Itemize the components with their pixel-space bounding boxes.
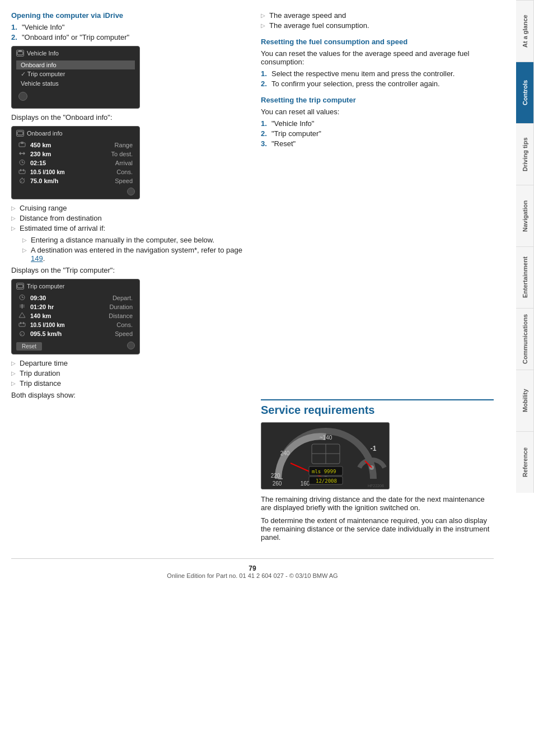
service-desc-2: To determine the extent of maintenance r…	[261, 516, 494, 542]
svg-text:240: 240	[280, 450, 290, 456]
vehicle-info-icon	[16, 50, 24, 57]
tab-reference[interactable]: Reference	[516, 431, 534, 493]
svg-text:mls  9999: mls 9999	[312, 469, 336, 474]
svg-text:160: 160	[301, 480, 310, 487]
opening-steps: 1. "Vehicle Info" 2. "Onboard info" or "…	[11, 23, 244, 41]
left-column: Opening the computer via iDrive 1. "Vehi…	[11, 11, 244, 399]
reset-trip-step-3: 3. "Reset"	[261, 139, 494, 148]
both-displays-label: Both displays show:	[11, 391, 244, 399]
right-column: ▷ The average speed and ▷ The average fu…	[261, 11, 494, 399]
onboard-info-screenshot: Onboard info 450 km Range 230 km To dest…	[11, 126, 140, 199]
tab-mobility[interactable]: Mobility	[516, 370, 534, 431]
menu-trip-computer[interactable]: Trip computer	[16, 69, 135, 79]
tab-communications[interactable]: Communications	[516, 308, 534, 370]
service-heading: Service requirements	[261, 399, 494, 417]
displays-trip-label: Displays on the "Trip computer":	[11, 266, 244, 274]
tab-at-a-glance[interactable]: At a glance	[516, 0, 534, 62]
menu-onboard-info[interactable]: Onboard info	[16, 60, 135, 69]
svg-text:~140: ~140	[320, 435, 332, 441]
copyright-text: Online Edition for Part no. 01 41 2 604 …	[11, 572, 494, 579]
displays-onboard-label: Displays on the "Onboard info":	[11, 113, 244, 122]
tab-driving-tips[interactable]: Driving tips	[516, 123, 534, 185]
tab-navigation[interactable]: Navigation	[516, 185, 534, 246]
svg-marker-23	[19, 312, 25, 318]
reset-fuel-step-2: 2. To confirm your selection, press the …	[261, 80, 494, 88]
reset-fuel-steps: 1. Select the respective menu item and p…	[261, 69, 494, 88]
svg-rect-1	[18, 50, 22, 52]
reset-fuel-heading: Resetting the fuel consumption and speed	[261, 38, 494, 46]
reset-button-screenshot: Reset	[16, 342, 42, 351]
page-footer: 79 Online Edition for Part no. 01 41 2 6…	[11, 558, 494, 579]
page-link-149[interactable]: 149	[31, 254, 43, 263]
reset-trip-desc: You can reset all values:	[261, 108, 494, 116]
reset-fuel-desc: You can reset the values for the average…	[261, 49, 494, 66]
svg-text:-1: -1	[371, 445, 377, 452]
both-display-bullets: ▷ The average speed and ▷ The average fu…	[261, 11, 494, 30]
vehicle-info-screenshot: Vehicle Info Onboard info Trip computer …	[11, 46, 140, 109]
svg-text:HF22206: HF22206	[368, 484, 384, 488]
reset-fuel-step-1: 1. Select the respective menu item and p…	[261, 69, 494, 78]
bullet-cruising: ▷ Cruising range	[11, 204, 244, 212]
reset-trip-steps: 1. "Vehicle Info" 2. "Trip computer" 3. …	[261, 119, 494, 148]
svg-marker-7	[19, 152, 21, 155]
tab-controls[interactable]: Controls	[516, 62, 534, 123]
tab-entertainment[interactable]: Entertainment	[516, 246, 534, 308]
bullet-distance: ▷ Trip distance	[11, 379, 244, 388]
step-2: 2. "Onboard info" or "Trip computer"	[11, 33, 244, 41]
svg-rect-4	[21, 142, 24, 144]
svg-text:220: 220	[271, 473, 280, 479]
svg-text:260: 260	[273, 480, 282, 487]
bullet-duration: ▷ Trip duration	[11, 369, 244, 377]
reset-trip-heading: Resetting the trip computer	[261, 96, 494, 104]
svg-line-15	[20, 181, 22, 183]
svg-marker-6	[24, 152, 25, 155]
sub-bullet-2: ▷ A destination was entered in the navig…	[22, 246, 244, 263]
sub-bullet-1: ▷ Entering a distance manually in the co…	[22, 236, 244, 244]
bullet-avg-speed: ▷ The average speed and	[261, 11, 494, 20]
sub-bullets: ▷ Entering a distance manually in the co…	[22, 236, 244, 263]
svg-rect-16	[17, 284, 23, 288]
page-number: 79	[11, 564, 494, 572]
service-image: 220 240 ~140 260 160	[261, 422, 390, 489]
svg-rect-2	[17, 132, 23, 135]
svg-line-28	[20, 334, 22, 335]
onboard-bullets: ▷ Cruising range ▷ Distance from destina…	[11, 204, 244, 232]
step-1: 1. "Vehicle Info"	[11, 23, 244, 31]
svg-rect-11	[19, 170, 25, 174]
svg-rect-24	[19, 323, 25, 326]
bullet-arrival: ▷ Estimated time of arrival if:	[11, 224, 244, 232]
reset-trip-step-1: 1. "Vehicle Info"	[261, 119, 494, 128]
trip-bullets: ▷ Departure time ▷ Trip duration ▷ Trip …	[11, 359, 244, 388]
onboard-icon	[16, 130, 24, 137]
right-sidebar: At a glance Controls Driving tips Naviga…	[516, 0, 534, 756]
bullet-departure: ▷ Departure time	[11, 359, 244, 367]
trip-icon	[16, 283, 24, 290]
bullet-avg-fuel: ▷ The average fuel consumption.	[261, 21, 494, 30]
menu-vehicle-status[interactable]: Vehicle status	[16, 79, 135, 88]
bullet-distance: ▷ Distance from destination	[11, 214, 244, 222]
reset-trip-step-2: 2. "Trip computer"	[261, 129, 494, 138]
svg-text:12/2008: 12/2008	[316, 478, 337, 484]
trip-computer-screenshot: Trip computer 09:30 Depart. 01:20 hr Dur…	[11, 279, 140, 354]
service-desc-1: The remaining driving distance and the d…	[261, 495, 494, 512]
opening-heading: Opening the computer via iDrive	[11, 11, 244, 20]
